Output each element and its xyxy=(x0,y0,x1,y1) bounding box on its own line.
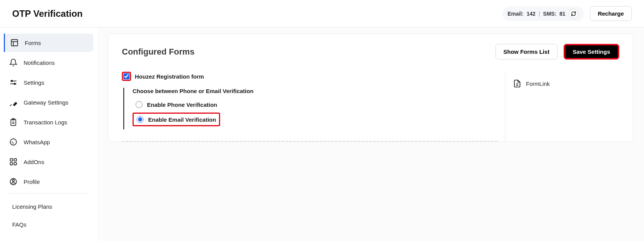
email-verification-option[interactable]: Enable Email Verification xyxy=(133,113,220,126)
grid-icon xyxy=(9,158,18,166)
layout: Forms Notifications Settings Gateway Set… xyxy=(0,27,644,241)
phone-verification-option[interactable]: Enable Phone Verification xyxy=(133,100,497,110)
card-title: Configured Forms xyxy=(122,47,195,57)
svg-point-11 xyxy=(10,139,17,145)
sidebar-item-settings[interactable]: Settings xyxy=(4,73,93,92)
phone-radio[interactable] xyxy=(136,101,142,108)
sidebar-item-forms[interactable]: Forms xyxy=(4,34,93,52)
show-forms-button[interactable]: Show Forms List xyxy=(495,44,558,60)
sidebar-item-licensing[interactable]: Licensing Plans xyxy=(4,199,93,214)
sms-credit-value: 81 xyxy=(559,11,566,17)
form-header: Houzez Registration form xyxy=(122,72,497,81)
options-heading: Choose between Phone or Email Verificati… xyxy=(133,88,497,94)
credits-pill: Email:142 | SMS: 81 xyxy=(502,6,584,21)
page-title: OTP Verification xyxy=(12,8,83,19)
sidebar-label: Notifications xyxy=(24,60,55,66)
sidebar-item-whatsapp[interactable]: WhatsApp xyxy=(4,133,93,151)
phone-radio-label: Enable Phone Verification xyxy=(147,101,217,108)
email-radio-label: Enable Email Verification xyxy=(148,116,216,123)
top-right: Email:142 | SMS: 81 Recharge xyxy=(502,6,632,21)
sidebar-label: Forms xyxy=(25,40,41,46)
email-radio[interactable] xyxy=(137,116,144,123)
user-icon xyxy=(9,177,18,186)
sidebar-item-notifications[interactable]: Notifications xyxy=(4,53,93,72)
email-credit-label: Email: xyxy=(508,11,524,17)
sliders-icon xyxy=(9,78,18,87)
svg-rect-0 xyxy=(11,40,18,46)
svg-rect-13 xyxy=(14,159,16,161)
document-icon xyxy=(513,79,521,88)
sidebar-label: Profile xyxy=(24,179,40,185)
sidebar-label: WhatsApp xyxy=(24,139,50,145)
form-config: Houzez Registration form Choose between … xyxy=(122,72,497,142)
save-settings-button[interactable]: Save Settings xyxy=(564,44,619,60)
sidebar-item-logs[interactable]: Transaction Logs xyxy=(4,113,93,131)
sidebar-label: AddOns xyxy=(24,159,44,165)
main-content: Configured Forms Show Forms List Save Se… xyxy=(97,27,644,241)
svg-point-17 xyxy=(12,180,14,182)
bell-icon xyxy=(9,58,18,67)
svg-rect-12 xyxy=(10,159,13,161)
card-header: Configured Forms Show Forms List Save Se… xyxy=(122,44,619,60)
forms-icon xyxy=(10,39,19,47)
clipboard-icon xyxy=(9,118,18,126)
sidebar-label: Transaction Logs xyxy=(24,119,67,126)
options-group: Choose between Phone or Email Verificati… xyxy=(123,88,497,129)
sidebar-item-addons[interactable]: AddOns xyxy=(4,153,93,171)
formlink-row[interactable]: FormLink xyxy=(513,79,619,88)
email-credit-value: 142 xyxy=(527,11,535,17)
sidebar-label: Gateway Settings xyxy=(24,99,69,106)
sms-credit-label: SMS: xyxy=(543,11,556,17)
content-row: Houzez Registration form Choose between … xyxy=(122,72,619,142)
checkbox-highlight xyxy=(122,72,131,81)
sidebar-item-faqs[interactable]: FAQs xyxy=(4,217,93,232)
top-bar: OTP Verification Email:142 | SMS: 81 Rec… xyxy=(0,0,644,27)
sidebar-item-profile[interactable]: Profile xyxy=(4,172,93,191)
form-enabled-checkbox[interactable] xyxy=(123,73,129,79)
formlink-label: FormLink xyxy=(526,81,550,87)
credits-separator: | xyxy=(539,11,540,17)
sidebar-item-gateway[interactable]: Gateway Settings xyxy=(4,93,93,111)
form-name: Houzez Registration form xyxy=(135,73,204,80)
sidebar-divider xyxy=(8,193,89,193)
card-actions: Show Forms List Save Settings xyxy=(495,44,619,60)
sidebar-label: Settings xyxy=(24,79,44,86)
card: Configured Forms Show Forms List Save Se… xyxy=(108,34,633,142)
refresh-button[interactable] xyxy=(569,9,578,19)
refresh-icon xyxy=(571,11,576,16)
side-panel: FormLink xyxy=(505,72,619,142)
svg-rect-14 xyxy=(10,163,13,165)
svg-point-6 xyxy=(14,83,16,85)
pen-icon xyxy=(9,98,18,106)
whatsapp-icon xyxy=(9,138,18,146)
svg-rect-15 xyxy=(14,163,16,165)
sidebar: Forms Notifications Settings Gateway Set… xyxy=(0,27,97,241)
svg-point-4 xyxy=(11,81,13,82)
recharge-button[interactable]: Recharge xyxy=(590,6,632,21)
